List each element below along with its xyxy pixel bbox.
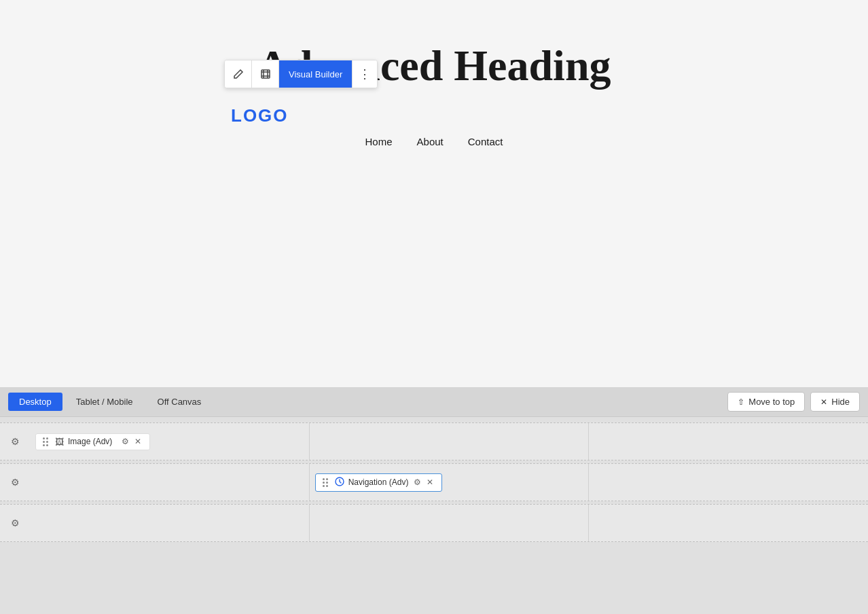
row-gear-1[interactable]: ⚙ bbox=[0, 436, 30, 447]
widget-close-button[interactable]: ✕ bbox=[133, 437, 143, 446]
chevron-up-icon: ⇧ bbox=[738, 397, 744, 407]
close-icon: ✕ bbox=[820, 397, 827, 407]
visual-builder-button[interactable]: Visual Builder bbox=[279, 60, 352, 88]
gear-icon: ⚙ bbox=[11, 518, 20, 528]
drag-handle[interactable] bbox=[323, 478, 328, 487]
rows-area: ⚙ 🖼 Image (Adv) ⚙ ✕ bbox=[0, 417, 868, 547]
widget-label: Image (Adv) bbox=[68, 437, 112, 446]
nav-item-home[interactable]: Home bbox=[365, 136, 393, 147]
col-3-1 bbox=[30, 505, 310, 541]
widget-close-button[interactable]: ✕ bbox=[425, 477, 435, 487]
widget-image-adv: 🖼 Image (Adv) ⚙ ✕ bbox=[35, 433, 150, 450]
col-1-2 bbox=[310, 423, 590, 460]
navigation-icon bbox=[335, 477, 344, 488]
row-3-content bbox=[30, 505, 868, 541]
widget-label: Navigation (Adv) bbox=[348, 477, 409, 487]
col-2-2: Navigation (Adv) ⚙ ✕ bbox=[310, 464, 590, 501]
table-row: ⚙ 🖼 Image (Adv) ⚙ ✕ bbox=[0, 422, 868, 460]
col-1-1: 🖼 Image (Adv) ⚙ ✕ bbox=[30, 423, 310, 460]
canvas-area: Visual Builder ⋮ Advanced Heading LOGO H… bbox=[0, 0, 868, 387]
row-1-content: 🖼 Image (Adv) ⚙ ✕ bbox=[30, 423, 868, 460]
nav-item-contact[interactable]: Contact bbox=[468, 136, 503, 147]
col-3-2 bbox=[310, 505, 590, 541]
tab-tablet-mobile[interactable]: Tablet / Mobile bbox=[65, 393, 144, 411]
gear-icon: ⚙ bbox=[11, 436, 20, 447]
widget-settings-button[interactable]: ⚙ bbox=[120, 437, 130, 446]
view-bar: Desktop Tablet / Mobile Off Canvas ⇧ Mov… bbox=[0, 387, 868, 417]
drag-handle[interactable] bbox=[43, 437, 48, 446]
col-2-1 bbox=[30, 464, 310, 501]
table-row: ⚙ bbox=[0, 463, 868, 501]
logo: LOGO bbox=[231, 105, 289, 126]
chip-actions: ⚙ ✕ bbox=[412, 477, 434, 487]
nav-item-about[interactable]: About bbox=[417, 136, 444, 147]
frame-button[interactable] bbox=[252, 60, 279, 88]
tab-desktop[interactable]: Desktop bbox=[8, 393, 62, 411]
col-3-3 bbox=[589, 505, 868, 541]
gear-icon: ⚙ bbox=[11, 477, 20, 488]
row-gear-3[interactable]: ⚙ bbox=[0, 518, 30, 528]
widget-navigation-adv: Navigation (Adv) ⚙ ✕ bbox=[315, 473, 442, 492]
hide-button[interactable]: ✕ Hide bbox=[810, 392, 860, 412]
col-2-3 bbox=[589, 464, 868, 501]
image-icon: 🖼 bbox=[55, 437, 64, 447]
more-options-button[interactable]: ⋮ bbox=[352, 60, 377, 88]
edit-button[interactable] bbox=[225, 60, 252, 88]
row-2-content: Navigation (Adv) ⚙ ✕ bbox=[30, 464, 868, 501]
row-gear-2[interactable]: ⚙ bbox=[0, 477, 30, 488]
nav-menu: Home About Contact bbox=[365, 136, 503, 147]
table-row: ⚙ bbox=[0, 504, 868, 542]
view-bar-actions: ⇧ Move to top ✕ Hide bbox=[727, 392, 860, 412]
editor-toolbar: Visual Builder ⋮ bbox=[224, 60, 378, 88]
widget-settings-button[interactable]: ⚙ bbox=[412, 477, 422, 487]
bottom-panel: Desktop Tablet / Mobile Off Canvas ⇧ Mov… bbox=[0, 387, 868, 614]
tab-off-canvas[interactable]: Off Canvas bbox=[147, 393, 213, 411]
col-1-3 bbox=[589, 423, 868, 460]
svg-rect-0 bbox=[261, 70, 270, 78]
move-to-top-button[interactable]: ⇧ Move to top bbox=[727, 392, 805, 412]
chip-actions: ⚙ ✕ bbox=[120, 437, 143, 446]
